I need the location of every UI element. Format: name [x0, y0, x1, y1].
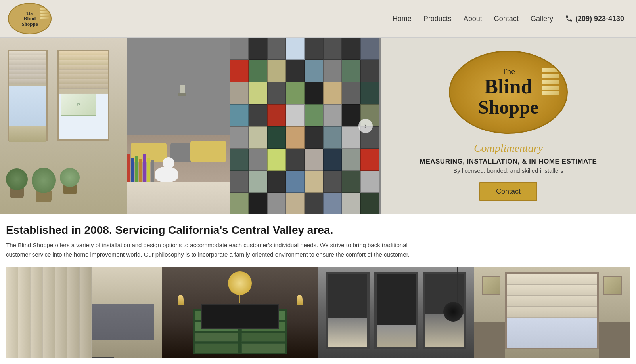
nav-home[interactable]: Home [393, 15, 412, 23]
nav-about[interactable]: About [464, 15, 482, 23]
wall-lamp [178, 85, 186, 97]
promo-logo-blinds-icon [542, 68, 559, 95]
gallery-item-4[interactable] [474, 267, 630, 358]
room-right-panel [127, 38, 381, 214]
window-2: 🗺 [57, 50, 109, 141]
main-nav: Home Products About Contact Gallery (209… [393, 15, 624, 23]
bed-area [127, 135, 230, 214]
nav-gallery[interactable]: Gallery [531, 15, 553, 23]
room-left-panel: 🗺 [0, 38, 127, 214]
colorful-wall [230, 38, 381, 214]
plants [6, 166, 80, 202]
promo-services: MEASURING, INSTALLATION, & IN-HOME ESTIM… [420, 158, 597, 166]
map-artwork: 🗺 [61, 94, 96, 116]
site-header: The Blind Shoppe Home Products About Con… [0, 0, 636, 38]
phone-link[interactable]: (209) 923-4130 [565, 15, 624, 23]
phone-icon [565, 15, 573, 23]
hero-section: 🗺 [0, 38, 636, 214]
promo-logo-text: The Blind Shoppe [478, 66, 538, 118]
logo-blinds-icon [40, 8, 49, 19]
logo[interactable]: The Blind Shoppe [8, 3, 52, 34]
hero-slideshow: 🗺 [0, 38, 381, 214]
room-image: 🗺 [0, 38, 381, 214]
established-desc: The Blind Shoppe offers a variety of ins… [6, 240, 426, 259]
gallery-item-2[interactable] [162, 267, 318, 358]
logo-oval: The Blind Shoppe [8, 3, 52, 34]
promo-complimentary: Complimentary [474, 142, 543, 154]
gallery-item-3[interactable] [318, 267, 474, 358]
main-content: Established in 2008. Servicing Californi… [0, 214, 636, 364]
nav-products[interactable]: Products [423, 15, 452, 23]
nav-contact[interactable]: Contact [494, 15, 519, 23]
window-1 [8, 50, 48, 141]
gallery-item-1[interactable] [6, 267, 162, 358]
contact-button[interactable]: Contact [479, 182, 537, 201]
promo-sub: By licensed, bonded, and skilled install… [453, 167, 563, 174]
logo-text: The Blind Shoppe [21, 10, 38, 27]
slideshow-next-arrow[interactable]: › [358, 119, 373, 133]
established-title: Established in 2008. Servicing Californi… [6, 224, 630, 236]
gallery-row [6, 267, 630, 358]
hero-promo-panel: The Blind Shoppe Complimentary MEASURING… [381, 38, 636, 214]
promo-logo: The Blind Shoppe [449, 51, 568, 134]
